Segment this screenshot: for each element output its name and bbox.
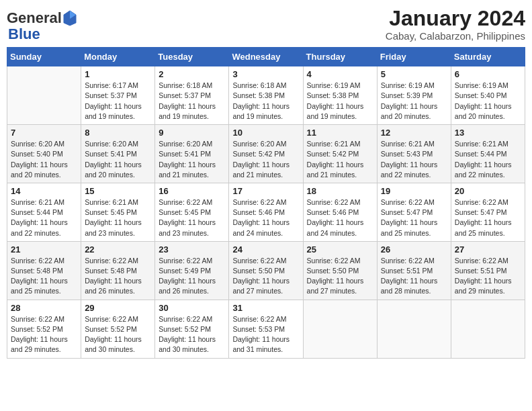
day-detail: Sunrise: 6:17 AM Sunset: 5:37 PM Dayligh… (85, 81, 151, 122)
title-block: January 2024 Cabay, Calabarzon, Philippi… (386, 7, 525, 42)
calendar-cell: 7Sunrise: 6:20 AM Sunset: 5:40 PM Daylig… (7, 125, 81, 183)
calendar-cell (451, 300, 525, 358)
day-detail: Sunrise: 6:22 AM Sunset: 5:46 PM Dayligh… (307, 197, 373, 238)
calendar-cell: 3Sunrise: 6:18 AM Sunset: 5:38 PM Daylig… (229, 66, 303, 125)
calendar-cell: 8Sunrise: 6:20 AM Sunset: 5:41 PM Daylig… (81, 125, 155, 183)
day-number: 22 (85, 244, 151, 255)
calendar-cell: 5Sunrise: 6:19 AM Sunset: 5:39 PM Daylig… (377, 66, 451, 125)
day-detail: Sunrise: 6:22 AM Sunset: 5:48 PM Dayligh… (11, 256, 77, 297)
day-number: 12 (381, 128, 447, 138)
calendar-cell: 26Sunrise: 6:22 AM Sunset: 5:51 PM Dayli… (377, 241, 451, 300)
day-number: 26 (381, 244, 447, 255)
day-detail: Sunrise: 6:18 AM Sunset: 5:37 PM Dayligh… (159, 81, 225, 122)
col-header-saturday: Saturday (451, 48, 525, 66)
col-header-monday: Monday (81, 48, 155, 66)
calendar-cell: 27Sunrise: 6:22 AM Sunset: 5:51 PM Dayli… (451, 241, 525, 300)
calendar-cell: 14Sunrise: 6:21 AM Sunset: 5:44 PM Dayli… (7, 183, 81, 241)
day-detail: Sunrise: 6:20 AM Sunset: 5:42 PM Dayligh… (232, 139, 299, 180)
page-title: January 2024 (386, 7, 525, 30)
day-detail: Sunrise: 6:22 AM Sunset: 5:52 PM Dayligh… (85, 314, 151, 355)
day-detail: Sunrise: 6:22 AM Sunset: 5:52 PM Dayligh… (159, 314, 225, 355)
page-header: General Blue January 2024 Cabay, Calabar… (7, 7, 525, 42)
day-detail: Sunrise: 6:22 AM Sunset: 5:48 PM Dayligh… (85, 256, 151, 297)
day-detail: Sunrise: 6:20 AM Sunset: 5:41 PM Dayligh… (85, 139, 151, 180)
calendar-cell: 10Sunrise: 6:20 AM Sunset: 5:42 PM Dayli… (229, 125, 303, 183)
calendar-cell: 13Sunrise: 6:21 AM Sunset: 5:44 PM Dayli… (451, 125, 525, 183)
day-number: 9 (159, 128, 225, 138)
day-number: 6 (455, 69, 521, 79)
day-detail: Sunrise: 6:19 AM Sunset: 5:40 PM Dayligh… (455, 81, 521, 122)
day-detail: Sunrise: 6:20 AM Sunset: 5:41 PM Dayligh… (159, 139, 225, 180)
day-number: 14 (11, 186, 77, 196)
logo-blue: Blue (8, 26, 40, 42)
day-number: 13 (455, 128, 521, 138)
day-detail: Sunrise: 6:22 AM Sunset: 5:49 PM Dayligh… (159, 256, 225, 297)
day-number: 29 (85, 303, 151, 313)
day-number: 20 (455, 186, 521, 196)
calendar-cell: 1Sunrise: 6:17 AM Sunset: 5:37 PM Daylig… (81, 66, 155, 125)
page-subtitle: Cabay, Calabarzon, Philippines (386, 30, 525, 42)
col-header-wednesday: Wednesday (229, 48, 303, 66)
day-detail: Sunrise: 6:22 AM Sunset: 5:51 PM Dayligh… (455, 256, 521, 297)
calendar-cell: 17Sunrise: 6:22 AM Sunset: 5:46 PM Dayli… (229, 183, 303, 241)
day-detail: Sunrise: 6:21 AM Sunset: 5:42 PM Dayligh… (307, 139, 373, 180)
calendar-cell (377, 300, 451, 358)
calendar-cell: 23Sunrise: 6:22 AM Sunset: 5:49 PM Dayli… (155, 241, 229, 300)
day-number: 19 (381, 186, 447, 196)
day-detail: Sunrise: 6:22 AM Sunset: 5:47 PM Dayligh… (381, 197, 447, 238)
calendar-cell: 6Sunrise: 6:19 AM Sunset: 5:40 PM Daylig… (451, 66, 525, 125)
day-number: 10 (232, 128, 299, 138)
calendar-week-2: 14Sunrise: 6:21 AM Sunset: 5:44 PM Dayli… (7, 183, 525, 241)
day-detail: Sunrise: 6:22 AM Sunset: 5:46 PM Dayligh… (232, 197, 299, 238)
calendar-week-1: 7Sunrise: 6:20 AM Sunset: 5:40 PM Daylig… (7, 125, 525, 183)
day-detail: Sunrise: 6:22 AM Sunset: 5:47 PM Dayligh… (455, 197, 521, 238)
day-number: 8 (85, 128, 151, 138)
calendar-cell: 31Sunrise: 6:22 AM Sunset: 5:53 PM Dayli… (229, 300, 303, 358)
day-number: 5 (381, 69, 447, 79)
calendar-week-4: 28Sunrise: 6:22 AM Sunset: 5:52 PM Dayli… (7, 300, 525, 358)
day-number: 3 (232, 69, 299, 79)
day-number: 31 (232, 303, 299, 313)
day-number: 27 (455, 244, 521, 255)
calendar-cell: 18Sunrise: 6:22 AM Sunset: 5:46 PM Dayli… (303, 183, 377, 241)
calendar-cell: 25Sunrise: 6:22 AM Sunset: 5:50 PM Dayli… (303, 241, 377, 300)
day-detail: Sunrise: 6:22 AM Sunset: 5:45 PM Dayligh… (159, 197, 225, 238)
day-number: 4 (307, 69, 373, 79)
calendar-cell: 2Sunrise: 6:18 AM Sunset: 5:37 PM Daylig… (155, 66, 229, 125)
calendar-cell: 4Sunrise: 6:19 AM Sunset: 5:38 PM Daylig… (303, 66, 377, 125)
day-detail: Sunrise: 6:22 AM Sunset: 5:53 PM Dayligh… (232, 314, 299, 355)
calendar-cell: 20Sunrise: 6:22 AM Sunset: 5:47 PM Dayli… (451, 183, 525, 241)
day-number: 18 (307, 186, 373, 196)
calendar-header-row: SundayMondayTuesdayWednesdayThursdayFrid… (7, 48, 525, 66)
col-header-thursday: Thursday (303, 48, 377, 66)
col-header-sunday: Sunday (7, 48, 81, 66)
day-number: 30 (159, 303, 225, 313)
day-number: 17 (232, 186, 299, 196)
day-number: 7 (11, 128, 77, 138)
logo-general: General (7, 11, 62, 26)
day-number: 1 (85, 69, 151, 79)
calendar-cell (303, 300, 377, 358)
calendar-week-3: 21Sunrise: 6:22 AM Sunset: 5:48 PM Dayli… (7, 241, 525, 300)
calendar-week-0: 1Sunrise: 6:17 AM Sunset: 5:37 PM Daylig… (7, 66, 525, 125)
calendar-cell: 16Sunrise: 6:22 AM Sunset: 5:45 PM Dayli… (155, 183, 229, 241)
day-detail: Sunrise: 6:22 AM Sunset: 5:50 PM Dayligh… (307, 256, 373, 297)
calendar-cell: 9Sunrise: 6:20 AM Sunset: 5:41 PM Daylig… (155, 125, 229, 183)
day-number: 11 (307, 128, 373, 138)
day-detail: Sunrise: 6:20 AM Sunset: 5:40 PM Dayligh… (11, 139, 77, 180)
calendar-cell: 28Sunrise: 6:22 AM Sunset: 5:52 PM Dayli… (7, 300, 81, 358)
logo: General Blue (7, 9, 78, 42)
day-detail: Sunrise: 6:21 AM Sunset: 5:45 PM Dayligh… (85, 197, 151, 238)
day-number: 23 (159, 244, 225, 255)
day-detail: Sunrise: 6:22 AM Sunset: 5:52 PM Dayligh… (11, 314, 77, 355)
day-detail: Sunrise: 6:22 AM Sunset: 5:50 PM Dayligh… (232, 256, 299, 297)
day-detail: Sunrise: 6:21 AM Sunset: 5:44 PM Dayligh… (11, 197, 77, 238)
calendar-cell: 15Sunrise: 6:21 AM Sunset: 5:45 PM Dayli… (81, 183, 155, 241)
col-header-friday: Friday (377, 48, 451, 66)
calendar-cell: 19Sunrise: 6:22 AM Sunset: 5:47 PM Dayli… (377, 183, 451, 241)
day-detail: Sunrise: 6:21 AM Sunset: 5:44 PM Dayligh… (455, 139, 521, 180)
day-detail: Sunrise: 6:21 AM Sunset: 5:43 PM Dayligh… (381, 139, 447, 180)
calendar-table: SundayMondayTuesdayWednesdayThursdayFrid… (7, 47, 525, 358)
day-number: 28 (11, 303, 77, 313)
day-number: 25 (307, 244, 373, 255)
